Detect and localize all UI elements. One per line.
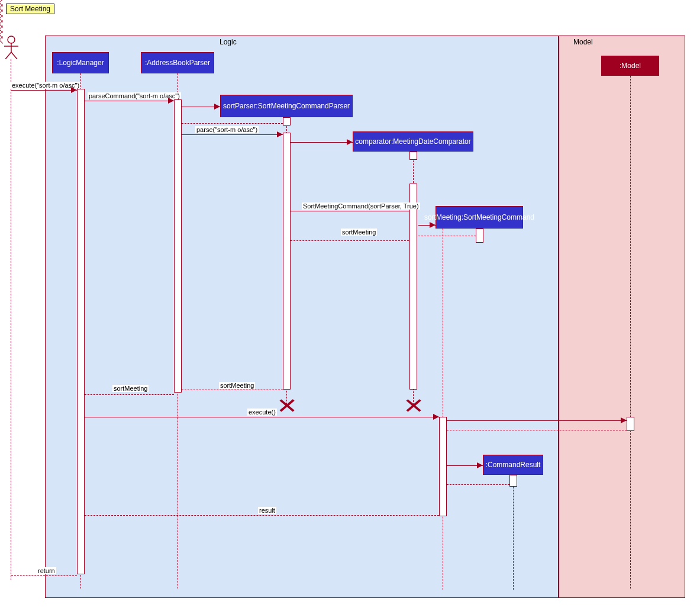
msg-parse-label: parse("sort-m o/asc") bbox=[195, 126, 259, 133]
participant-sort-parser: sortParser:SortMeetingCommandParser bbox=[220, 95, 353, 117]
participant-logic-manager: :LogicManager bbox=[52, 52, 109, 73]
activation-sortmeeting-exec bbox=[439, 417, 447, 516]
msg-parse-line bbox=[182, 134, 283, 135]
msg-smc-line1 bbox=[291, 211, 409, 211]
msg-execute-label: execute("sort-m o/asc") bbox=[11, 82, 80, 89]
msg-parsecommand-label: parseCommand("sort-m o/asc") bbox=[88, 92, 181, 99]
participant-model: :Model bbox=[601, 56, 659, 76]
activation-commandresult bbox=[509, 475, 517, 487]
msg-return-label: return bbox=[37, 567, 56, 574]
msg-sm-return1-label: sortMeeting bbox=[341, 229, 377, 236]
activation-abp bbox=[174, 99, 182, 393]
msg-smc-label: SortMeetingCommand(sortParser, True) bbox=[302, 202, 420, 210]
msg-create-cr-arrow bbox=[477, 462, 483, 468]
diagram-title: Sort Meeting bbox=[6, 4, 54, 14]
msg-parsecommand-arrow bbox=[168, 98, 174, 104]
participant-comparator: comparator:MeetingDateComparator bbox=[353, 131, 473, 152]
lifeline-model bbox=[630, 76, 631, 589]
frame-model-label: Model bbox=[571, 38, 595, 46]
msg-execute-arrow bbox=[71, 87, 77, 93]
activation-sortparser-small bbox=[283, 117, 291, 126]
activation-comparator-small bbox=[409, 152, 417, 160]
msg-create-comparator-arrow bbox=[347, 139, 353, 145]
participant-command-result: :CommandResult bbox=[483, 455, 543, 475]
msg-execute2-label: execute() bbox=[247, 409, 277, 416]
activation-sortmeeting-1 bbox=[476, 229, 483, 243]
frame-logic-label: Logic bbox=[217, 38, 239, 46]
activation-sortparser bbox=[283, 133, 291, 390]
msg-sm-return1-line2 bbox=[418, 236, 476, 236]
participant-address-book-parser: :AddressBookParser bbox=[141, 52, 214, 73]
msg-parse-arrow bbox=[277, 131, 283, 137]
activation-model bbox=[627, 417, 634, 431]
msg-sm-return3-label: sortMeeting bbox=[112, 385, 149, 392]
msg-create-comparator-line bbox=[291, 142, 353, 143]
msg-sm-return3-line bbox=[85, 394, 174, 395]
msg-parsecommand-line bbox=[85, 101, 174, 101]
msg-execute-line bbox=[11, 90, 77, 91]
msg-model-return-line bbox=[447, 430, 627, 430]
msg-tomodel-arrow bbox=[621, 417, 627, 423]
msg-sm-return1-line bbox=[291, 240, 409, 241]
msg-sm-return2-label: sortMeeting bbox=[219, 382, 255, 389]
msg-execute2-line bbox=[85, 417, 439, 417]
lifeline-actor bbox=[11, 59, 11, 580]
frame-model: Model bbox=[559, 36, 685, 598]
msg-execute2-arrow bbox=[433, 414, 439, 420]
lifeline-sort-meeting bbox=[443, 229, 443, 590]
msg-return-line bbox=[11, 575, 77, 576]
svg-line-3 bbox=[5, 52, 11, 59]
destroy-comparator-icon: ✕ bbox=[403, 399, 424, 413]
lifeline-command-result bbox=[513, 475, 514, 590]
activation-logic-manager bbox=[77, 89, 85, 574]
participant-sort-meeting: sortMeeting:SortMeetingCommand bbox=[436, 206, 523, 229]
msg-cr-return-line bbox=[447, 484, 509, 485]
activation-comparator bbox=[409, 184, 417, 390]
msg-create-sortparser-return bbox=[182, 123, 283, 124]
svg-point-0 bbox=[8, 36, 15, 43]
msg-smc-arrow bbox=[430, 222, 436, 228]
frame-logic: Logic bbox=[45, 36, 559, 598]
destroy-sortparser-icon: ✕ bbox=[276, 399, 298, 413]
msg-result-label: result bbox=[258, 507, 276, 514]
msg-sm-return2-line bbox=[182, 390, 283, 390]
svg-line-4 bbox=[11, 52, 17, 59]
msg-result-line bbox=[85, 515, 439, 516]
msg-tomodel-line bbox=[447, 420, 627, 421]
msg-create-sortparser-arrow bbox=[214, 104, 220, 110]
